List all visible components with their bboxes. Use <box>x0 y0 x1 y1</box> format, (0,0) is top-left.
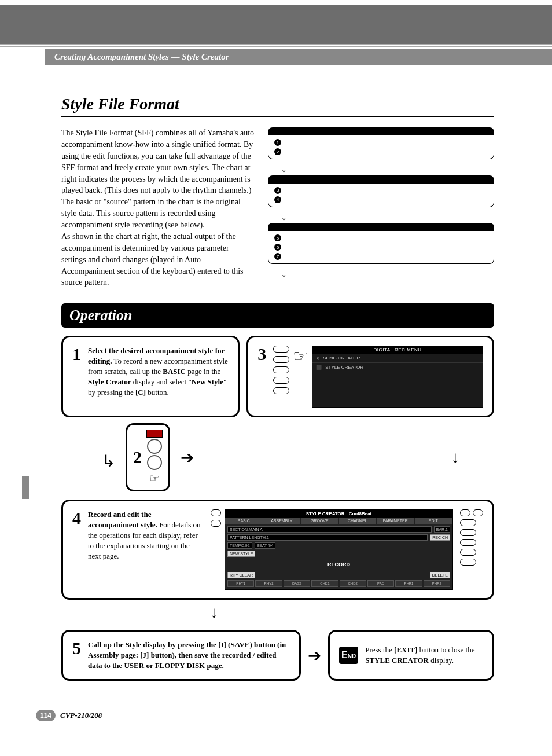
step-number: 2 <box>133 449 142 466</box>
menu-row[interactable]: ♫SONG CREATOR <box>312 354 483 363</box>
hw-button-b[interactable] <box>211 520 221 527</box>
model-label: CVP-210/208 <box>60 711 102 720</box>
rec-key[interactable] <box>146 430 163 438</box>
step-4-text: Record and edit the accompaniment style.… <box>88 509 204 590</box>
hw-button-back[interactable] <box>460 509 470 516</box>
new-style-button[interactable]: NEW STYLE <box>227 551 255 557</box>
ch[interactable]: PAD <box>367 580 394 587</box>
ch[interactable]: CHD1 <box>311 580 338 587</box>
section-title: Style File Format <box>61 95 494 117</box>
arrow-down-icon: ↓ <box>210 603 218 621</box>
sc-tempo: TEMPO:92 <box>227 542 252 549</box>
hw-button[interactable] <box>273 377 289 384</box>
t: BASIC <box>163 367 186 376</box>
t: Style Creator <box>88 377 131 386</box>
end-icon: END <box>339 647 358 664</box>
para2: As shown in the chart at right, the actu… <box>61 232 244 287</box>
t: New Style <box>192 377 223 386</box>
menu-row[interactable]: ⬛STYLE CREATOR <box>312 363 483 372</box>
hw-button[interactable] <box>460 519 476 526</box>
t: STYLE CREATOR <box>365 656 429 665</box>
t: Press the <box>365 645 394 654</box>
tab-edit[interactable]: EDIT <box>415 518 453 524</box>
breadcrumb: Creating Accompaniment Styles — Style Cr… <box>45 49 552 65</box>
hand-icon: ☞ <box>293 346 308 408</box>
step-2-box: 2 ☞ <box>126 423 170 491</box>
channel-row: RHY1 RHY2 BASS CHD1 CHD2 PAD PHR1 PHR2 <box>227 580 450 587</box>
hw-button-next[interactable] <box>473 509 483 516</box>
bullet-6: 6 <box>274 244 281 251</box>
hw-button[interactable] <box>460 539 476 546</box>
bullet-4: 4 <box>274 196 281 203</box>
tab-assembly[interactable]: ASSEMBLY <box>263 518 301 524</box>
ch[interactable]: BASS <box>284 580 310 587</box>
end-box: END Press the [EXIT] button to close the… <box>328 630 494 681</box>
sc-title: STYLE CREATOR : Cool8Beat <box>225 510 452 518</box>
hw-button-a[interactable] <box>211 509 221 516</box>
t: [C] <box>135 388 146 397</box>
hw-button[interactable] <box>273 356 289 363</box>
t: page in the <box>186 367 220 376</box>
sc-bar: BAR:1 <box>434 526 450 533</box>
menu-label: STYLE CREATOR <box>325 365 363 370</box>
step-1-box: 1 Select the desired accompaniment style… <box>61 336 240 417</box>
side-tab <box>22 476 29 499</box>
ch[interactable]: RHY1 <box>227 580 254 587</box>
hw-button[interactable] <box>460 559 476 566</box>
step-number: 3 <box>257 346 266 408</box>
sc-tabs: BASIC ASSEMBLY GROOVE CHANNEL PARAMETER … <box>225 518 452 524</box>
t: button to close the <box>418 645 475 654</box>
screen-title: DIGITAL REC MENU <box>312 346 483 354</box>
rec-ch-button[interactable]: REC CH <box>430 534 450 541</box>
rhy-clear-button[interactable]: RHY CLEAR <box>227 572 255 578</box>
step-4-box: 4 Record and edit the accompaniment styl… <box>61 500 494 600</box>
step-number: 1 <box>72 346 81 408</box>
note-icon: ♫ <box>316 355 319 361</box>
hw-button[interactable] <box>273 366 289 373</box>
sc-pattern: PATTERN LENGTH:1 <box>227 534 428 541</box>
t: display and select " <box>131 377 191 386</box>
ch[interactable]: CHD2 <box>340 580 366 587</box>
step-5-box: 5 Call up the Style display by pressing … <box>61 630 301 681</box>
style-icon: ⬛ <box>316 365 322 370</box>
arrow-right-icon: ➔ <box>308 646 321 665</box>
para1: The Style File Format (SFF) combines all… <box>61 129 254 229</box>
t: display. <box>429 656 454 665</box>
hw-button[interactable] <box>460 549 476 556</box>
bullet-5: 5 <box>274 234 281 241</box>
step-number: 5 <box>72 640 81 671</box>
dial[interactable] <box>147 455 162 470</box>
arrow-corner-icon: ↳ <box>102 452 115 471</box>
arrow-down-icon: ↓ <box>268 163 494 173</box>
ch[interactable]: PHR2 <box>424 580 450 587</box>
tab-groove[interactable]: GROOVE <box>301 518 339 524</box>
tab-basic[interactable]: BASIC <box>225 518 263 524</box>
ch[interactable]: PHR1 <box>395 580 422 587</box>
bullet-2: 2 <box>274 148 281 155</box>
step-1-text: Select the desired accompaniment style f… <box>88 346 229 408</box>
arrow-down-icon: ↓ <box>451 448 459 466</box>
lead: Record and edit the accompaniment style. <box>88 510 157 529</box>
menu-label: SONG CREATOR <box>323 355 360 361</box>
sc-section: SECTION:MAIN A <box>227 526 432 533</box>
hw-button[interactable] <box>273 387 289 394</box>
ch[interactable]: RHY2 <box>255 580 282 587</box>
t: [EXIT] <box>394 645 417 654</box>
bullet-3: 3 <box>274 187 281 194</box>
hw-button[interactable] <box>460 529 476 536</box>
bullet-1: 1 <box>274 139 281 146</box>
tab-parameter[interactable]: PARAMETER <box>377 518 415 524</box>
arrow-down-icon: ↓ <box>268 267 494 278</box>
header-bars: Creating Accompaniment Styles — Style Cr… <box>0 5 552 65</box>
dial[interactable] <box>147 439 162 454</box>
arrow-down-icon: ↓ <box>268 211 494 221</box>
t: button. <box>146 388 169 397</box>
hw-buttons-left <box>211 509 221 590</box>
delete-button[interactable]: DELETE <box>430 572 450 578</box>
hw-buttons-right <box>460 509 483 590</box>
step-number: 4 <box>72 509 81 590</box>
sc-beat: BEAT:4/4 <box>255 542 276 549</box>
sff-diagram: 1 2 ↓ 3 4 ↓ 5 6 <box>268 127 494 288</box>
hw-button[interactable] <box>273 346 289 353</box>
tab-channel[interactable]: CHANNEL <box>339 518 377 524</box>
